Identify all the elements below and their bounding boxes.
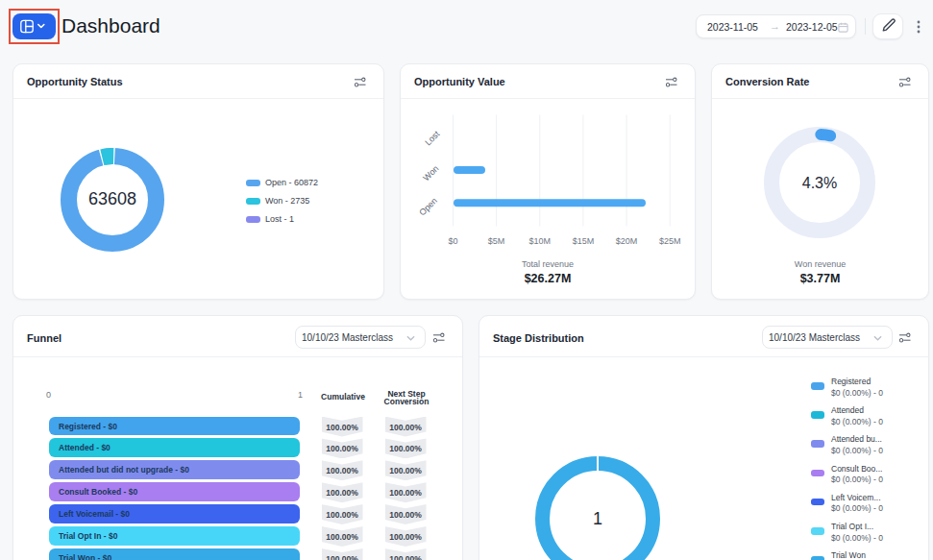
svg-text:$25M: $25M [659, 236, 681, 246]
svg-text:1: 1 [593, 509, 602, 528]
svg-text:63608: 63608 [88, 189, 136, 208]
svg-text:$0: $0 [448, 236, 457, 246]
svg-text:$20M: $20M [616, 236, 638, 246]
svg-text:Open: Open [417, 196, 439, 218]
svg-text:$10M: $10M [529, 236, 552, 246]
svg-text:4.3%: 4.3% [802, 175, 837, 191]
svg-text:$15M: $15M [573, 236, 595, 246]
svg-text:Lost: Lost [423, 129, 441, 147]
svg-text:Won: Won [421, 163, 440, 183]
svg-text:$5M: $5M [488, 236, 505, 246]
